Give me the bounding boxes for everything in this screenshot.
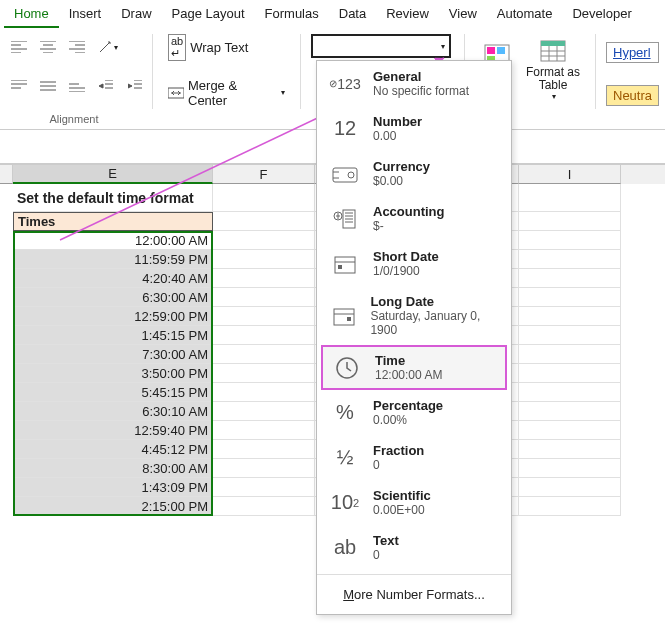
align-left-button[interactable] <box>6 34 32 60</box>
increase-indent-button[interactable] <box>122 73 148 99</box>
accounting-icon <box>329 205 361 233</box>
data-cell[interactable]: 3:50:00 PM <box>13 364 213 383</box>
data-cell[interactable]: 7:30:00 AM <box>13 345 213 364</box>
align-center-button[interactable] <box>35 34 61 60</box>
format-currency[interactable]: Currency$0.00 <box>317 151 511 196</box>
time-icon <box>331 354 363 382</box>
table-icon <box>539 39 567 63</box>
orientation-button[interactable]: ▾ <box>93 34 123 60</box>
format-sample: No specific format <box>373 84 469 98</box>
format-title: Fraction <box>373 443 424 458</box>
data-cell[interactable]: 4:20:40 AM <box>13 269 213 288</box>
format-title: Number <box>373 114 422 129</box>
format-title: Time <box>375 353 442 368</box>
tab-pagelayout[interactable]: Page Layout <box>162 2 255 28</box>
data-cell[interactable]: 5:45:15 PM <box>13 383 213 402</box>
ribbon-tabs: Home Insert Draw Page Layout Formulas Da… <box>0 0 665 28</box>
data-cell[interactable]: 1:43:09 PM <box>13 478 213 497</box>
fraction-icon: ½ <box>329 444 361 472</box>
wrap-text-button[interactable]: ab↵ Wrap Text <box>163 34 253 60</box>
format-sample: 0 <box>373 548 399 562</box>
format-title: Short Date <box>373 249 439 264</box>
title-cell[interactable]: Set the default time format <box>13 184 213 212</box>
svg-rect-3 <box>497 47 505 54</box>
wrap-text-label: Wrap Text <box>190 40 248 55</box>
tab-home[interactable]: Home <box>4 2 59 28</box>
number-format-dropdown[interactable]: ▾ <box>311 34 451 58</box>
cell-style-neutral[interactable]: Neutra <box>606 85 659 106</box>
data-cell[interactable]: 6:30:10 AM <box>13 402 213 421</box>
format-sample: $- <box>373 219 445 233</box>
format-title: Percentage <box>373 398 443 413</box>
format-accounting[interactable]: Accounting$- <box>317 196 511 241</box>
svg-rect-7 <box>333 168 357 182</box>
tab-automate[interactable]: Automate <box>487 2 563 28</box>
data-cell[interactable]: 12:00:00 AM <box>13 231 213 250</box>
format-time[interactable]: Time12:00:00 AM <box>321 345 507 390</box>
format-longdate[interactable]: Long DateSaturday, January 0, 1900 <box>317 286 511 345</box>
group-label-alignment: Alignment <box>6 111 142 125</box>
format-title: General <box>373 69 469 84</box>
tab-review[interactable]: Review <box>376 2 439 28</box>
number-format-menu: ⊘123GeneralNo specific format12Number0.0… <box>316 60 512 615</box>
data-cell[interactable]: 2:15:00 PM <box>13 497 213 516</box>
align-middle-button[interactable] <box>35 73 61 99</box>
format-scientific[interactable]: 102Scientific0.00E+00 <box>317 480 511 525</box>
wrap-icon: ab↵ <box>168 34 186 61</box>
format-text[interactable]: abText0 <box>317 525 511 570</box>
format-title: Scientific <box>373 488 431 503</box>
format-fraction[interactable]: ½Fraction0 <box>317 435 511 480</box>
scientific-icon: 102 <box>329 489 361 517</box>
format-as-table-button[interactable]: Format as Table ▾ <box>521 36 585 104</box>
format-shortdate[interactable]: Short Date1/0/1900 <box>317 241 511 286</box>
data-cell[interactable]: 1:45:15 PM <box>13 326 213 345</box>
general-icon: ⊘123 <box>329 70 361 98</box>
align-right-button[interactable] <box>64 34 90 60</box>
data-cell[interactable]: 12:59:00 PM <box>13 307 213 326</box>
format-title: Text <box>373 533 399 548</box>
format-title: Long Date <box>370 294 499 309</box>
format-sample: 0 <box>373 458 424 472</box>
format-sample: $0.00 <box>373 174 430 188</box>
format-sample: 12:00:00 AM <box>375 368 442 382</box>
format-percentage[interactable]: %Percentage0.00% <box>317 390 511 435</box>
number-icon: 12 <box>329 115 361 143</box>
percentage-icon: % <box>329 399 361 427</box>
format-sample: 0.00E+00 <box>373 503 431 517</box>
format-number[interactable]: 12Number0.00 <box>317 106 511 151</box>
data-cell[interactable]: 11:59:59 PM <box>13 250 213 269</box>
col-header-e[interactable]: E <box>13 165 213 184</box>
data-cell[interactable]: 12:59:40 PM <box>13 421 213 440</box>
col-header-i[interactable]: I <box>519 165 621 184</box>
header-cell[interactable]: Times <box>13 212 213 231</box>
chevron-down-icon: ▾ <box>441 42 445 51</box>
align-bottom-button[interactable] <box>64 73 90 99</box>
more-number-formats[interactable]: More Number Formats... <box>317 579 511 610</box>
longdate-icon <box>329 302 358 330</box>
data-cell[interactable]: 6:30:00 AM <box>13 288 213 307</box>
currency-icon <box>329 160 361 188</box>
tab-formulas[interactable]: Formulas <box>255 2 329 28</box>
format-sample: 1/0/1900 <box>373 264 439 278</box>
shortdate-icon <box>329 250 361 278</box>
data-cell[interactable]: 4:45:12 PM <box>13 440 213 459</box>
format-sample: Saturday, January 0, 1900 <box>370 309 499 337</box>
decrease-indent-button[interactable] <box>93 73 119 99</box>
tab-view[interactable]: View <box>439 2 487 28</box>
tab-draw[interactable]: Draw <box>111 2 161 28</box>
data-cell[interactable]: 8:30:00 AM <box>13 459 213 478</box>
tab-insert[interactable]: Insert <box>59 2 112 28</box>
format-general[interactable]: ⊘123GeneralNo specific format <box>317 61 511 106</box>
merge-icon <box>168 86 184 100</box>
format-title: Currency <box>373 159 430 174</box>
merge-center-button[interactable]: Merge & Center ▾ <box>163 80 290 106</box>
text-icon: ab <box>329 534 361 562</box>
tab-developer[interactable]: Developer <box>562 2 641 28</box>
format-sample: 0.00% <box>373 413 443 427</box>
cell-style-hyperlink[interactable]: Hyperl <box>606 42 659 63</box>
tab-data[interactable]: Data <box>329 2 376 28</box>
col-header-f[interactable]: F <box>213 165 315 184</box>
align-top-button[interactable] <box>6 73 32 99</box>
merge-center-label: Merge & Center <box>188 78 275 108</box>
svg-rect-12 <box>338 265 342 269</box>
